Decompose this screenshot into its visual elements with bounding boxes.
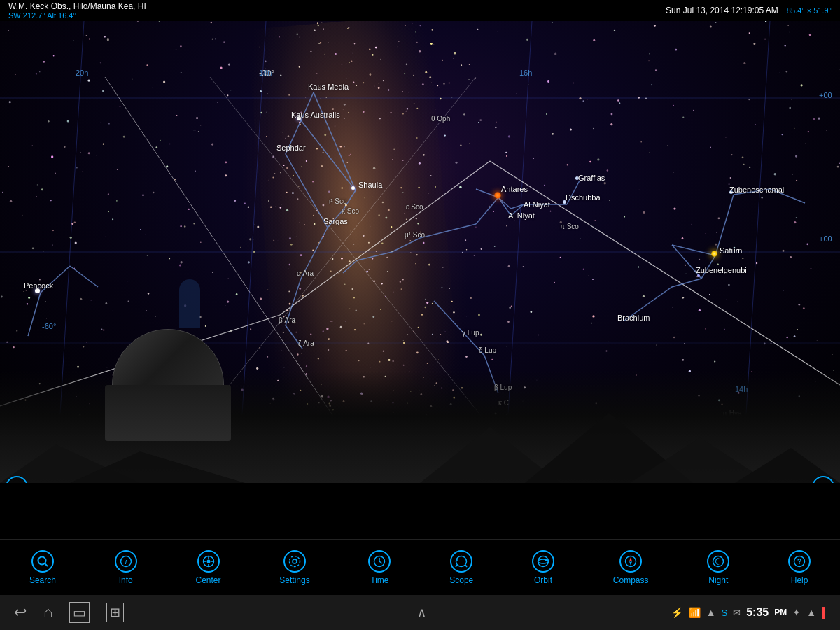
fov-text: 85.4° × 51.9° [787,6,832,15]
skype-icon: S [722,608,728,618]
datetime-text: Sun Jul 13, 2014 12:19:05 AM [666,6,778,15]
svg-point-50 [289,556,300,566]
svg-line-55 [456,565,457,567]
svg-marker-63 [629,561,632,566]
svg-point-58 [538,556,549,566]
orbit-button[interactable]: Orbit [524,547,563,588]
location-text: W.M. Keck Obs., Hilo/Mauna Kea, HI [8,1,146,11]
wifi-icon: 📶 [689,607,701,618]
location-section: W.M. Keck Obs., Hilo/Mauna Kea, HI SW 21… [8,1,146,20]
clock-period: PM [774,608,787,617]
help-button[interactable]: ? Help [780,547,819,588]
bluetooth-icon: ✦ [792,607,801,618]
usb-icon: ⚡ [671,607,683,618]
help-icon: ? [788,550,811,573]
svg-line-56 [465,565,467,567]
mountains-svg [0,399,840,483]
label-brachium: Brachium [617,314,650,322]
night-label: Night [708,575,728,585]
screenshot-button[interactable]: ⊞ [106,603,124,622]
svg-point-44 [206,559,210,563]
label-iota-sco: ι¹ Sco [329,197,347,205]
night-button[interactable]: Night [699,547,738,588]
label-sephdar: Sephdar [276,144,306,152]
time-button[interactable]: Time [360,547,399,588]
compass-icon [620,550,642,573]
info-label: Info [119,575,133,585]
nav-center: ∧ [286,605,557,620]
svg-point-60 [545,559,547,561]
nav-left: ↩ ⌂ ▭ ⊞ [0,602,286,623]
label-sargas: Sargas [323,217,348,225]
sky-canvas[interactable]: Kaus Media Kaus Australis Sephdar Shaula… [0,21,840,483]
scope-label: Scope [449,575,473,585]
label-zubenelgenubi: Zubenelgenubi [696,266,747,274]
label-al-niyat-2: Al Niyat [508,211,535,220]
battery-icon: ▌ [822,607,829,618]
label-shaula: Shaula [358,181,382,189]
star-saturn[interactable] [711,251,718,257]
night-icon [707,550,729,573]
svg-point-39 [38,556,46,564]
signal-icon: ▲ [706,607,716,618]
star-shaula[interactable] [351,186,355,190]
label-theta-oph: θ Oph [431,115,450,122]
settings-label: Settings [279,575,309,585]
label-al-niyat-1: Al Niyat [524,200,550,209]
label-kaus-australis: Kaus Australis [291,111,340,119]
settings-button[interactable]: Settings [271,547,318,588]
svg-marker-62 [629,557,632,561]
label-kappa-sco: κ Sco [342,207,359,215]
direction-info: SW 212.7° Alt 16.4° [8,11,146,20]
coord-20h: 20h [76,69,88,77]
info-button[interactable]: i Info [106,547,146,588]
coord-dec60: -60° [42,322,56,330]
compass-label: Compass [613,575,649,585]
center-button[interactable]: Center [187,547,229,588]
label-epsilon-sco: ε Sco [406,203,423,211]
time-icon [368,550,391,573]
center-label: Center [195,575,220,585]
star-zubenelgenubi[interactable] [697,274,700,277]
top-bar: W.M. Keck Obs., Hilo/Mauna Kea, HI SW 21… [0,0,840,21]
email-icon: ✉ [733,608,741,618]
orbit-icon [532,550,554,573]
center-icon [197,550,220,573]
nav-chevron[interactable]: ∧ [417,605,426,620]
svg-text:?: ? [797,557,802,566]
compass-button[interactable]: Compass [605,547,657,588]
recents-button[interactable]: ▭ [69,602,90,623]
label-antares: Antares [501,185,528,193]
svg-point-49 [293,559,297,564]
label-delta-lup: δ Lup [479,346,496,354]
scope-icon [450,550,472,573]
scope-button[interactable]: Scope [441,547,482,588]
label-zeta-ara: ζ Ara [298,340,314,347]
search-button[interactable]: Search [21,547,64,588]
label-pi-sco: π Sco [560,223,579,230]
label-saturn: Saturn [720,246,742,255]
label-dschubba: Dschubba [566,193,601,202]
coord-dec-plus00-2: +00 [819,234,832,243]
label-alpha-ara: α Ara [297,270,314,277]
label-kaus-media: Kaus Media [308,83,349,91]
dome-slit [179,279,200,328]
home-button[interactable]: ⌂ [43,603,52,622]
clock-display: 5:35 [746,606,769,619]
settings-icon [284,550,306,573]
label-gamma-lup: γ Lup [462,329,479,337]
label-mu-sco: μ¹ Sco [405,231,425,239]
svg-line-53 [379,561,382,564]
wifi-full-icon: ▲ [806,607,816,618]
label-graffias: Graffias [578,174,605,182]
coord-dec-plus00-1: +00 [819,91,832,99]
nav-bar: ↩ ⌂ ▭ ⊞ ∧ ⚡ 📶 ▲ S ✉ 5:35 PM ✦ ▲ ▌ [0,595,840,630]
star-antares[interactable] [494,192,501,199]
bottom-toolbar: Search i Info Center [0,539,840,595]
label-peacock: Peacock [24,281,53,290]
nav-right: ⚡ 📶 ▲ S ✉ 5:35 PM ✦ ▲ ▌ [557,606,840,619]
svg-line-40 [45,564,48,566]
help-label: Help [791,575,808,585]
svg-text:i: i [125,557,127,566]
back-button[interactable]: ↩ [14,603,27,622]
